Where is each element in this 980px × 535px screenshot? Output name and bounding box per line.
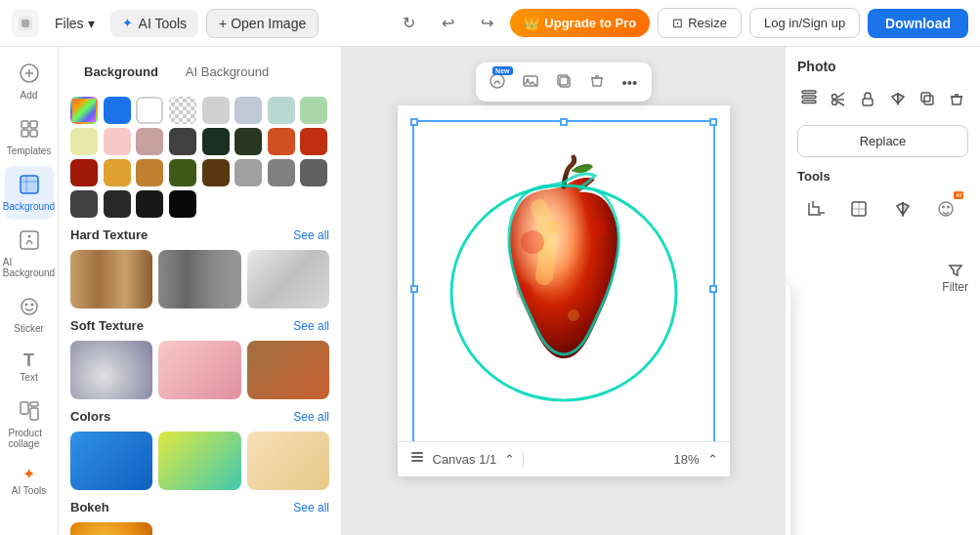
ai-replace-tool-button[interactable]: AI [928,191,963,226]
swatch-gray1[interactable] [234,159,262,186]
swatch-mint[interactable] [268,97,295,124]
swatch-orange[interactable] [268,128,295,155]
delete-icon [588,72,606,93]
svg-rect-43 [921,93,930,102]
sidebar-item-text[interactable]: T Text [5,344,54,391]
swatch-gradient[interactable] [70,97,98,124]
svg-rect-19 [30,408,38,420]
canvas-bottom-bar: Canvas 1/1 ⌃ 18% ⌃ [398,441,730,476]
swatch-transparent[interactable] [169,97,196,124]
layers-rp-button[interactable] [797,84,821,113]
swatch-white[interactable] [136,97,163,124]
soft-texture-2[interactable] [158,341,240,399]
magic-tool-button[interactable]: New [482,66,513,98]
files-label: Files [55,16,84,31]
svg-point-40 [832,101,837,105]
swatch-green[interactable] [300,97,327,124]
add-icon [19,62,40,87]
lock-rp-button[interactable] [856,84,879,113]
swatch-black[interactable] [169,190,196,218]
copy-tool-button[interactable] [548,66,579,98]
filter-button[interactable]: Filter [942,262,968,294]
delete-tool-button[interactable] [581,66,613,98]
swatch-gray6[interactable] [136,190,163,218]
more-tool-button[interactable]: ••• [615,66,646,98]
resize-tool-button[interactable] [841,191,876,226]
image-icon [522,72,539,93]
swatch-pink[interactable] [104,128,131,155]
svg-point-17 [30,304,33,307]
canvas-wrapper: New ••• [398,105,730,476]
swatch-yellow[interactable] [70,128,98,155]
tab-ai-background[interactable]: AI Background [172,59,282,85]
swatch-darkred[interactable] [70,159,98,186]
swatch-brown[interactable] [136,159,163,186]
topbar: Files ▾ ✦ AI Tools + Open Image ↻ ↩ ↪ 👑 … [0,0,980,47]
upgrade-button[interactable]: 👑 Upgrade to Pro [510,9,650,37]
swatch-chocolate[interactable] [202,159,230,186]
sidebar-item-sticker[interactable]: Sticker [5,288,54,342]
swatch-lightblue[interactable] [234,97,262,124]
ai-background-icon [19,229,40,254]
colors-see-all[interactable]: See all [293,410,329,424]
svg-rect-41 [863,99,873,105]
swatch-gray3[interactable] [300,159,327,186]
swatch-darkgreen[interactable] [202,128,230,155]
hard-texture-see-all[interactable]: See all [293,228,329,242]
svg-rect-20 [30,402,38,406]
bokeh-see-all[interactable]: See all [293,501,329,514]
swatch-army[interactable] [234,128,262,155]
sidebar-item-templates[interactable]: Templates [5,110,54,164]
tab-background[interactable]: Background [70,59,172,85]
soft-texture-3[interactable] [247,341,329,399]
ai-tools-button[interactable]: ✦ AI Tools [110,10,199,37]
sidebar-item-add[interactable]: Add [5,55,54,108]
sidebar-item-background[interactable]: Background [5,166,54,220]
files-menu[interactable]: Files ▾ [47,12,103,35]
swatch-amber[interactable] [104,159,131,186]
copy-rp-button[interactable] [916,84,939,113]
swatch-gray2[interactable] [268,159,295,186]
sidebar-item-ai-background[interactable]: AI Background [5,222,54,286]
swatch-olive[interactable] [169,159,196,186]
sidebar-item-product-collage[interactable]: Product collage [5,392,54,457]
refresh-button[interactable]: ↻ [393,8,424,39]
login-button[interactable]: Log in/Sign up [749,8,860,38]
crop-tool-button[interactable] [797,191,832,226]
hard-texture-1[interactable] [70,250,152,309]
swatch-blue[interactable] [104,97,131,124]
swatch-darkgray[interactable] [169,128,196,155]
tools-section-title: Tools [797,169,968,184]
flip-rp-button[interactable] [886,84,910,113]
hard-texture-2[interactable] [158,250,240,309]
swatch-red[interactable] [300,128,327,155]
color-item-1[interactable] [70,432,152,490]
swatch-gray5[interactable] [104,190,131,218]
ai-icon: ✦ [122,16,133,30]
flip-tool-button[interactable] [885,191,920,226]
redo-button[interactable]: ↪ [471,8,502,39]
colors-header: Colors See all [70,409,329,424]
download-button[interactable]: Download [868,9,968,38]
image-tool-button[interactable] [515,66,546,98]
resize-button[interactable]: ⊡ Resize [658,8,742,38]
swatch-rose[interactable] [136,128,163,155]
soft-texture-1[interactable] [70,341,152,399]
sidebar-item-ai-tools[interactable]: ✦ AI Tools [5,459,54,504]
bokeh-item-1[interactable] [70,522,152,535]
apple-svg [437,142,691,405]
replace-button[interactable]: Replace [797,125,968,157]
soft-texture-see-all[interactable]: See all [293,319,329,333]
color-item-3[interactable] [247,432,329,490]
delete-rp-button[interactable] [945,84,968,113]
scissors-rp-button[interactable] [827,84,850,113]
open-image-button[interactable]: + Open Image [206,9,319,38]
swatch-gray4[interactable] [70,190,98,218]
text-icon: T [23,351,34,369]
hard-texture-title: Hard Texture [70,227,148,242]
logo-icon[interactable] [12,10,39,37]
hard-texture-3[interactable] [247,250,329,309]
undo-button[interactable]: ↩ [432,8,463,39]
color-item-2[interactable] [158,432,240,490]
swatch-lightgray[interactable] [202,97,230,124]
